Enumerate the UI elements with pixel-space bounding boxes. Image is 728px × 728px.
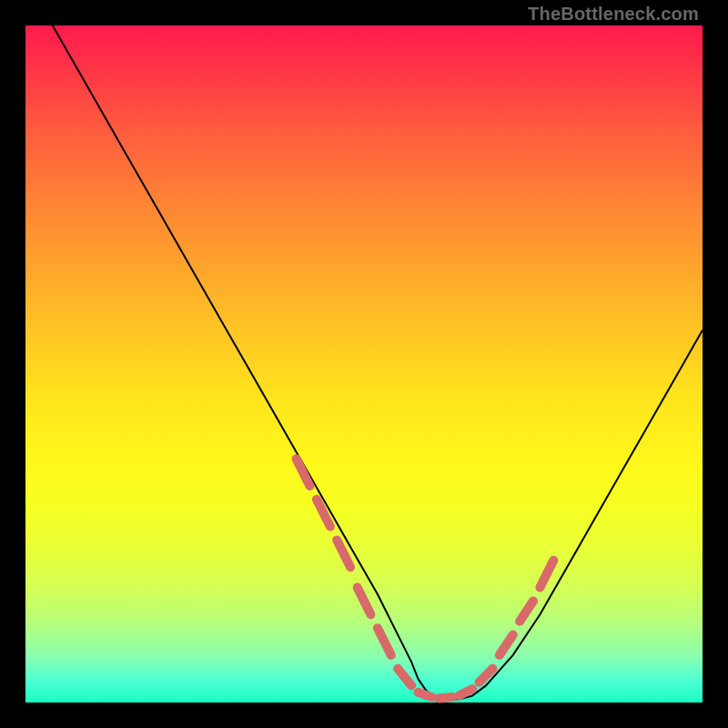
dash-segment <box>297 459 310 486</box>
dash-segment <box>459 689 472 696</box>
chart-frame: TheBottleneck.com <box>0 0 728 728</box>
dash-segment <box>398 669 411 686</box>
dash-segment <box>358 588 371 615</box>
dash-segment <box>439 697 452 699</box>
dash-segment <box>378 628 391 655</box>
dash-segment <box>317 500 330 527</box>
dash-segment <box>500 635 513 655</box>
curve-path <box>53 25 703 699</box>
bottleneck-curve <box>53 25 703 699</box>
highlight-dashes <box>297 459 554 698</box>
dash-segment <box>520 601 533 621</box>
dash-segment <box>540 561 553 588</box>
dash-segment <box>419 693 432 697</box>
watermark-text: TheBottleneck.com <box>528 4 699 25</box>
plot-area <box>25 25 703 703</box>
chart-svg <box>25 25 703 703</box>
